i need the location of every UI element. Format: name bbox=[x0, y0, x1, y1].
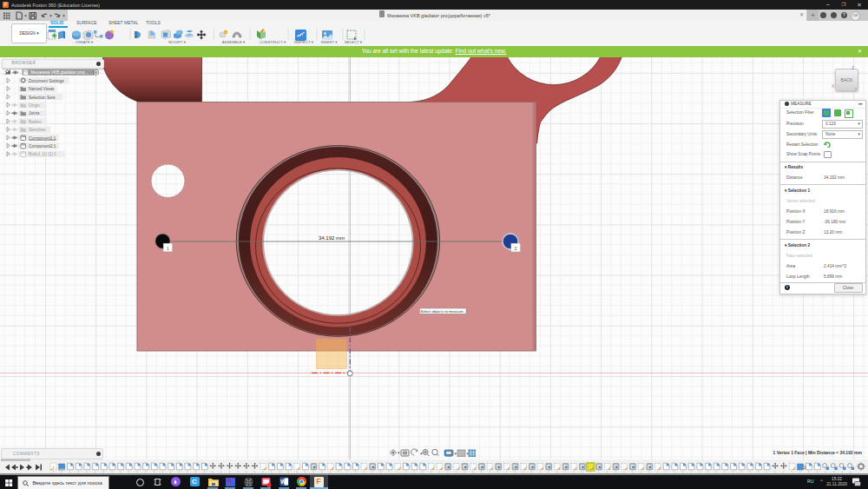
svg-text:W: W bbox=[280, 479, 286, 485]
svg-text:▾: ▾ bbox=[455, 451, 457, 456]
svg-text:2: 2 bbox=[514, 246, 516, 251]
svg-text:Select objects to measure..: Select objects to measure.. bbox=[420, 309, 465, 314]
svg-text:CREATE ▾: CREATE ▾ bbox=[76, 40, 94, 44]
svg-text:CONSTRUCT ▾: CONSTRUCT ▾ bbox=[260, 40, 286, 44]
svg-text:Component2:1: Component2:1 bbox=[29, 144, 56, 149]
svg-text:INSERT ▾: INSERT ▾ bbox=[321, 40, 339, 44]
svg-text:Component1:1: Component1:1 bbox=[29, 135, 56, 140]
svg-text:1: 1 bbox=[804, 465, 806, 470]
svg-text:SELECT ▾: SELECT ▾ bbox=[345, 40, 363, 44]
svg-text:1: 1 bbox=[167, 246, 169, 251]
svg-text:ASSEMBLE ▾: ASSEMBLE ▾ bbox=[222, 40, 246, 44]
svg-text:MODIFY ▾: MODIFY ▾ bbox=[168, 40, 187, 44]
svg-text:Origin: Origin bbox=[29, 103, 40, 108]
svg-text:Joints: Joints bbox=[29, 111, 40, 116]
svg-text:Body1 (1) (1):1: Body1 (1) (1):1 bbox=[29, 152, 56, 156]
svg-text:Sketches: Sketches bbox=[29, 128, 46, 132]
svg-text:▾: ▾ bbox=[398, 450, 400, 455]
svg-text:Механика VKB gladiator proj...: Механика VKB gladiator proj... bbox=[31, 70, 89, 75]
svg-text:INSPECT ▾: INSPECT ▾ bbox=[294, 40, 314, 44]
svg-text:Named Views: Named Views bbox=[29, 87, 55, 91]
svg-text:34.192 mm: 34.192 mm bbox=[319, 235, 345, 241]
svg-text:Bodies: Bodies bbox=[29, 119, 42, 123]
svg-text:Document Settings: Document Settings bbox=[29, 78, 64, 83]
svg-text:▾: ▾ bbox=[420, 451, 423, 456]
svg-text:Selection Sets: Selection Sets bbox=[29, 95, 56, 99]
